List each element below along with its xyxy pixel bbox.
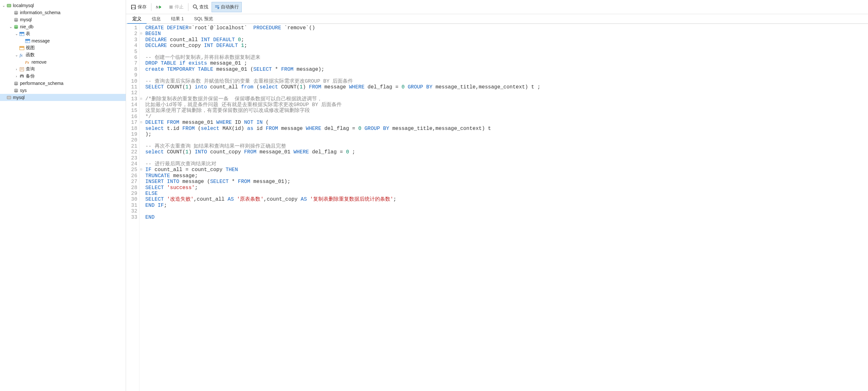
tree-item-nie_db[interactable]: ⌄nie_db [0, 23, 126, 30]
fold-marker [140, 185, 143, 191]
tree-item-mysql[interactable]: mysql [0, 16, 126, 23]
code-line[interactable]: 比如最小id等等，就是条件问题 还有就是去重根据实际需求更改GROUP BY 后… [145, 102, 540, 108]
code-line[interactable]: -- 进行最后两次查询结果比对 [145, 161, 540, 167]
code-line[interactable]: select COUNT(1) INTO count_copy FROM mes… [145, 149, 540, 155]
run-button[interactable]: fx [153, 2, 165, 12]
tree-item-remove[interactable]: Pxremove [0, 59, 126, 66]
tab-信息[interactable]: 信息 [147, 14, 166, 24]
code-line[interactable]: END [145, 214, 540, 220]
fold-marker [140, 37, 143, 43]
code-line[interactable]: */ [145, 114, 540, 120]
save-button[interactable]: 保存 [128, 2, 149, 12]
tree-toggle-icon[interactable]: › [14, 74, 19, 78]
code-line[interactable]: select t.id FROM (select MAX(id) as id F… [145, 126, 540, 131]
code-line[interactable]: END IF; [145, 203, 540, 208]
tree-item-查询[interactable]: ›查询 [0, 66, 126, 73]
tab-定义[interactable]: 定义 [127, 14, 147, 24]
tree-item-information_schema[interactable]: information_schema [0, 9, 126, 16]
svg-text:fx: fx [156, 5, 159, 9]
conn-icon [6, 3, 12, 8]
fx-icon: fx [19, 52, 25, 58]
stop-button[interactable]: 停止 [166, 2, 186, 12]
tree-toggle-icon[interactable]: ⌄ [1, 3, 6, 8]
tree-item-mysql[interactable]: mysql [0, 94, 126, 101]
dbopen-icon [13, 24, 19, 29]
svg-rect-36 [132, 5, 135, 7]
code-line[interactable]: INSERT INTO message (SELECT * FROM messa… [145, 179, 540, 185]
fold-marker[interactable]: ⊟ [140, 120, 143, 125]
tab-结果 1[interactable]: 结果 1 [166, 14, 189, 24]
fold-marker[interactable]: ⊟ [140, 96, 143, 102]
backup-icon [19, 73, 25, 79]
tree-item-label: 视图 [26, 45, 35, 51]
tablei-icon [25, 38, 31, 43]
code-line[interactable]: TRUNCATE message; [145, 173, 540, 179]
line-number: 30 [130, 197, 137, 202]
svg-rect-20 [20, 46, 24, 48]
code-line[interactable]: CREATE DEFINER=`root`@`localhost` PROCED… [145, 25, 540, 31]
code-line[interactable]: BEGIN [145, 31, 540, 37]
tree-item-localmysql[interactable]: ⌄localmysql [0, 2, 126, 9]
line-number: 27 [130, 179, 137, 185]
line-number: 8 [130, 66, 137, 72]
code-line[interactable] [145, 49, 540, 55]
tree-toggle-icon[interactable]: ⌄ [14, 53, 19, 57]
tree-item-视图[interactable]: 视图 [0, 44, 126, 52]
code-line[interactable]: 这里如果使用了逻辑删除，有需要保留数据的可以改成修改逻辑删除字段 [145, 108, 540, 114]
tree-item-sys[interactable]: sys [0, 87, 126, 94]
code-line[interactable] [145, 208, 540, 214]
code-line[interactable]: /*删除复制表的重复数据并保留一条 保留哪条数据可以自己根据跳进调节， [145, 96, 540, 102]
code-line[interactable]: DROP TABLE if exists message_01 ; [145, 60, 540, 66]
code-line[interactable]: -- 查询去重后实际条数 并赋值给我们的变量 去重根据实际需求更改GROUP B… [145, 79, 540, 84]
svg-point-30 [14, 84, 18, 86]
code-line[interactable] [145, 90, 540, 96]
code-line[interactable]: DECLARE count_all INT DEFAULT 0; [145, 37, 540, 43]
tree-item-label: sys [20, 88, 27, 93]
svg-point-41 [193, 5, 196, 8]
code-line[interactable]: DELETE FROM message_01 WHERE ID NOT IN ( [145, 120, 540, 125]
code-line[interactable]: create TEMPORARY TABLE message_01 (SELEC… [145, 66, 540, 72]
fold-marker[interactable]: ⊟ [140, 31, 143, 37]
code-line[interactable]: SELECT COUNT(1) into count_all from (sel… [145, 84, 540, 90]
code-line[interactable]: ); [145, 131, 540, 137]
code-line[interactable]: DECLARE count_copy INT DEFAULT 1; [145, 43, 540, 49]
line-number: 7 [130, 60, 137, 66]
code-line[interactable]: -- 再次不去重查询 如结果和查询结果一样则操作正确且完整 [145, 143, 540, 149]
stop-icon [169, 5, 173, 9]
tree-item-label: information_schema [20, 10, 60, 15]
fold-column[interactable]: ⊟⊟⊟⊟ [140, 24, 143, 391]
fold-marker[interactable]: ⊟ [140, 167, 143, 173]
db-icon [13, 10, 19, 15]
tree-item-表[interactable]: ⌄表 [0, 30, 126, 37]
code-line[interactable] [145, 137, 540, 143]
code-line[interactable] [145, 72, 540, 78]
tree-item-函数[interactable]: ⌄fx函数 [0, 52, 126, 59]
wrap-button[interactable]: 自动换行 [212, 2, 242, 12]
fold-marker [140, 137, 143, 143]
tree-item-message[interactable]: message [0, 37, 126, 44]
view-icon [19, 46, 25, 51]
code-line[interactable]: -- 创建一个临时复制表,并将目标表数据复制进来 [145, 55, 540, 60]
tree-item-performance_schema[interactable]: performance_schema [0, 80, 126, 87]
px-icon: Px [25, 59, 31, 65]
code-content[interactable]: CREATE DEFINER=`root`@`localhost` PROCED… [143, 24, 543, 391]
line-number: 19 [130, 131, 137, 137]
find-button[interactable]: 查找 [190, 2, 211, 12]
code-line[interactable]: SELECT 'success'; [145, 185, 540, 191]
code-line[interactable]: SELECT '改造失败',count_all AS '原表条数',count_… [145, 197, 540, 202]
separator [151, 3, 151, 11]
tree-toggle-icon[interactable]: › [14, 67, 19, 71]
tree-item-备份[interactable]: ›备份 [0, 73, 126, 80]
tree-toggle-icon[interactable]: ⌄ [8, 25, 13, 29]
line-number: 16 [130, 114, 137, 120]
line-number: 13 [130, 96, 137, 102]
fold-marker [140, 208, 143, 214]
fold-marker [140, 155, 143, 161]
tree-toggle-icon[interactable]: ⌄ [14, 32, 19, 36]
search-icon [193, 4, 198, 10]
tab-SQL 预览[interactable]: SQL 预览 [189, 14, 218, 24]
code-line[interactable]: ELSE [145, 191, 540, 197]
code-line[interactable] [145, 155, 540, 161]
code-editor[interactable]: 1234567891011121314151617181920212223242… [126, 24, 868, 391]
code-line[interactable]: IF count_all = count_copy THEN [145, 167, 540, 173]
